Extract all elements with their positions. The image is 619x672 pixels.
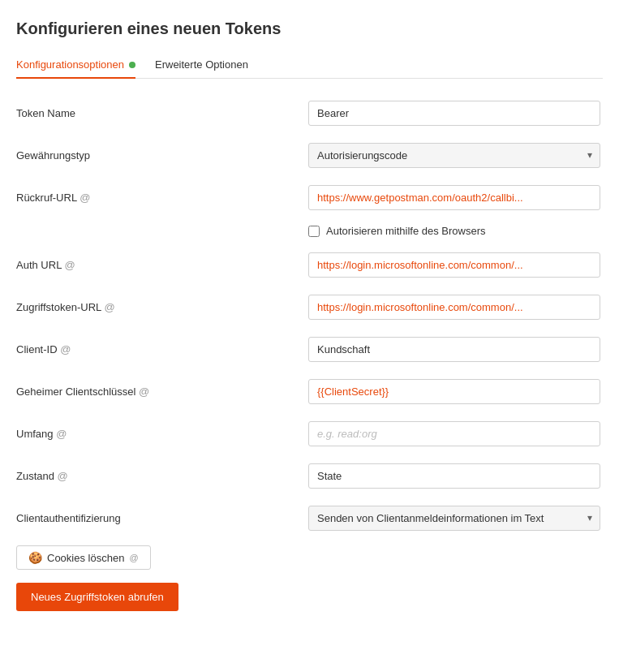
token-name-label: Token Name <box>16 107 308 119</box>
umfang-input[interactable] <box>308 421 600 446</box>
client-id-label: Client-ID @ <box>16 343 308 355</box>
client-auth-label: Clientauthentifizierung <box>16 512 308 524</box>
cookies-loeschen-button[interactable]: 🍪 Cookies löschen @ <box>16 545 151 570</box>
client-secret-input[interactable] <box>308 379 600 404</box>
tab-active-dot <box>129 62 135 68</box>
umfang-row: Umfang @ <box>16 419 603 448</box>
zugriffstoken-url-control <box>308 295 600 320</box>
auth-url-input[interactable] <box>308 252 600 278</box>
tabs-container: Konfigurationsoptionen Erweiterte Option… <box>16 51 603 79</box>
zustand-control <box>308 463 600 489</box>
client-id-row: Client-ID @ <box>16 334 603 364</box>
tab-erweiterte-optionen[interactable]: Erweiterte Optionen <box>155 52 248 79</box>
new-token-row: Neues Zugriffstoken abrufen <box>16 583 603 611</box>
client-secret-row: Geheimer Clientschlüssel @ <box>16 377 603 406</box>
auth-url-control <box>308 252 600 278</box>
autorisieren-checkbox[interactable] <box>308 226 320 237</box>
zugriffstoken-url-at: @ <box>104 301 114 313</box>
new-token-label: Neues Zugriffstoken abrufen <box>31 591 164 603</box>
autorisieren-checkbox-row: Autorisieren mithilfe des Browsers <box>308 225 603 237</box>
rueckruf-url-at: @ <box>80 192 90 204</box>
zustand-row: Zustand @ <box>16 461 603 490</box>
token-name-row: Token Name <box>16 98 603 127</box>
token-name-input[interactable] <box>308 101 600 126</box>
umfang-label: Umfang @ <box>16 428 308 440</box>
auth-url-at: @ <box>65 259 75 271</box>
auth-url-label: Auth URL @ <box>16 259 308 271</box>
autorisieren-checkbox-label[interactable]: Autorisieren mithilfe des Browsers <box>326 225 486 237</box>
rueckruf-url-label: Rückruf-URL @ <box>16 192 308 204</box>
zustand-at: @ <box>58 470 68 482</box>
client-auth-control: Senden von Clientanmeldeinformationen im… <box>308 506 600 531</box>
page-title: Konfigurieren eines neuen Tokens <box>16 19 603 38</box>
client-secret-label: Geheimer Clientschlüssel @ <box>16 386 308 398</box>
tab-konfigurationsoptionen[interactable]: Konfigurationsoptionen <box>16 52 135 79</box>
cookies-loeschen-label: Cookies löschen <box>47 552 124 564</box>
auth-url-row: Auth URL @ <box>16 250 603 279</box>
gewaehrungstyp-select[interactable]: Autorisierungscode <box>308 143 600 168</box>
umfang-control <box>308 421 600 446</box>
gewaehrungstyp-label: Gewährungstyp <box>16 149 308 162</box>
cookies-row: 🍪 Cookies löschen @ <box>16 545 603 570</box>
umfang-at: @ <box>56 428 67 440</box>
new-token-button[interactable]: Neues Zugriffstoken abrufen <box>16 583 178 611</box>
rueckruf-url-input[interactable] <box>308 185 600 210</box>
gewaehrungstyp-control: Autorisierungscode ▾ <box>308 143 600 168</box>
client-id-input[interactable] <box>308 337 600 362</box>
cookie-icon: 🍪 <box>28 551 42 564</box>
cookies-at: @ <box>129 553 138 562</box>
client-secret-at: @ <box>139 386 149 398</box>
tab-konfigurationsoptionen-label: Konfigurationsoptionen <box>16 58 124 71</box>
client-id-control <box>308 337 600 362</box>
zugriffstoken-url-row: Zugriffstoken-URL @ <box>16 292 603 321</box>
client-auth-row: Clientauthentifizierung Senden von Clien… <box>16 503 603 532</box>
client-auth-select[interactable]: Senden von Clientanmeldeinformationen im… <box>308 506 600 531</box>
token-name-control <box>308 101 600 126</box>
zugriffstoken-url-label: Zugriffstoken-URL @ <box>16 301 308 313</box>
rueckruf-url-control <box>308 185 600 210</box>
zustand-label: Zustand @ <box>16 470 308 482</box>
zustand-input[interactable] <box>308 463 600 489</box>
rueckruf-url-row: Rückruf-URL @ <box>16 183 603 212</box>
tab-erweiterte-optionen-label: Erweiterte Optionen <box>155 58 248 71</box>
gewaehrungstyp-row: Gewährungstyp Autorisierungscode ▾ <box>16 140 603 170</box>
client-id-at: @ <box>60 343 71 355</box>
zugriffstoken-url-input[interactable] <box>308 295 600 320</box>
client-secret-control <box>308 379 600 404</box>
